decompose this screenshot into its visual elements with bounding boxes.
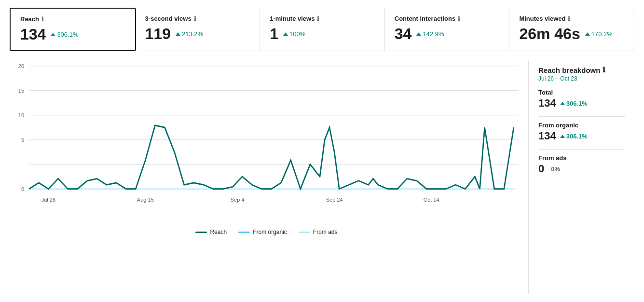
minutes-arrow-up: [585, 32, 590, 36]
chart-container: 20 15 10 5 0 Jul 26 Aug 15 Sep 4 Sep 24 …: [10, 61, 523, 225]
sidebar-ads-change: 0%: [551, 165, 560, 173]
legend-ads: From ads: [299, 229, 338, 235]
legend-reach: Reach: [195, 229, 227, 235]
sidebar-organic-value: 134 306.1%: [538, 130, 625, 142]
reach-info-icon[interactable]: ℹ: [41, 16, 44, 23]
svg-text:Sep 24: Sep 24: [326, 197, 343, 203]
legend-reach-line: [195, 232, 207, 233]
metric-value-interactions: 34 142.9%: [395, 25, 500, 43]
sidebar-divider-2: [538, 149, 625, 150]
metric-title-interactions: Content interactions ℹ: [395, 15, 500, 22]
sidebar-title: Reach breakdown ℹ: [538, 66, 625, 74]
metric-value-reach: 134 306.1%: [20, 26, 125, 43]
svg-text:20: 20: [18, 63, 24, 69]
metric-title-reach: Reach ℹ: [20, 15, 125, 23]
reach-arrow-up: [51, 33, 55, 36]
metric-card-reach[interactable]: Reach ℹ 134 306.1%: [10, 8, 136, 51]
metric-card-3sec[interactable]: 3-second views ℹ 119 213.2%: [136, 8, 260, 51]
metric-card-interactions[interactable]: Content interactions ℹ 34 142.9%: [385, 8, 510, 51]
sidebar-organic-change: 306.1%: [560, 133, 588, 140]
svg-text:Oct 14: Oct 14: [424, 197, 439, 203]
reach-change: 306.1%: [51, 31, 78, 38]
chart-svg: 20 15 10 5 0 Jul 26 Aug 15 Sep 4 Sep 24 …: [10, 61, 523, 225]
1min-info-icon[interactable]: ℹ: [317, 15, 319, 22]
metric-card-minutes[interactable]: Minutes viewed ℹ 26m 46s 170.2%: [509, 8, 634, 51]
1min-change: 100%: [283, 30, 305, 38]
svg-text:5: 5: [21, 137, 24, 143]
metric-title-3sec: 3-second views ℹ: [145, 15, 250, 22]
svg-text:Aug 15: Aug 15: [137, 197, 154, 203]
svg-text:15: 15: [18, 88, 24, 94]
svg-text:0: 0: [21, 186, 24, 192]
reach-line: [29, 125, 514, 189]
minutes-change: 170.2%: [585, 30, 613, 38]
1min-arrow-up: [283, 32, 288, 36]
sidebar-divider-1: [538, 116, 625, 117]
legend-organic-line: [238, 232, 250, 233]
interactions-change: 142.9%: [416, 30, 444, 38]
svg-text:10: 10: [18, 112, 24, 118]
organic-line: [29, 125, 514, 189]
metric-value-3sec: 119 213.2%: [145, 25, 250, 43]
minutes-info-icon[interactable]: ℹ: [568, 15, 570, 22]
interactions-info-icon[interactable]: ℹ: [458, 15, 460, 22]
sidebar-ads-value: 0 0%: [538, 163, 625, 175]
svg-text:Sep 4: Sep 4: [231, 197, 245, 203]
reach-breakdown-sidebar: Reach breakdown ℹ Jul 26 – Oct 23 Total …: [528, 61, 634, 294]
metric-value-1min: 1 100%: [270, 25, 375, 43]
3sec-arrow-up: [176, 32, 180, 36]
sidebar-total-value: 134 306.1%: [538, 97, 625, 110]
bottom-section: 20 15 10 5 0 Jul 26 Aug 15 Sep 4 Sep 24 …: [10, 61, 634, 294]
total-arrow-up: [560, 102, 565, 105]
metric-title-1min: 1-minute views ℹ: [270, 15, 375, 22]
sidebar-organic-section: From organic 134 306.1%: [538, 122, 625, 142]
sidebar-info-icon[interactable]: ℹ: [603, 66, 605, 74]
svg-text:Jul 26: Jul 26: [41, 197, 55, 203]
legend-ads-line: [299, 232, 310, 233]
legend-organic: From organic: [238, 229, 287, 235]
sidebar-date-range: Jul 26 – Oct 23: [538, 75, 625, 82]
metrics-row: Reach ℹ 134 306.1% 3-second views ℹ 119: [10, 8, 634, 51]
sidebar-total-change: 306.1%: [560, 100, 588, 107]
sidebar-total-section: Total 134 306.1%: [538, 89, 625, 110]
metric-value-minutes: 26m 46s 170.2%: [519, 25, 624, 43]
sidebar-ads-section: From ads 0 0%: [538, 154, 625, 175]
interactions-arrow-up: [416, 32, 421, 36]
3sec-change: 213.2%: [176, 30, 203, 38]
chart-area: 20 15 10 5 0 Jul 26 Aug 15 Sep 4 Sep 24 …: [10, 61, 528, 294]
metric-title-minutes: Minutes viewed ℹ: [519, 15, 624, 22]
3sec-info-icon[interactable]: ℹ: [194, 15, 196, 22]
analytics-container: Reach ℹ 134 306.1% 3-second views ℹ 119: [0, 0, 644, 302]
chart-legend: Reach From organic From ads: [10, 229, 523, 235]
organic-arrow-up: [560, 135, 565, 138]
metric-card-1min[interactable]: 1-minute views ℹ 1 100%: [260, 8, 385, 51]
